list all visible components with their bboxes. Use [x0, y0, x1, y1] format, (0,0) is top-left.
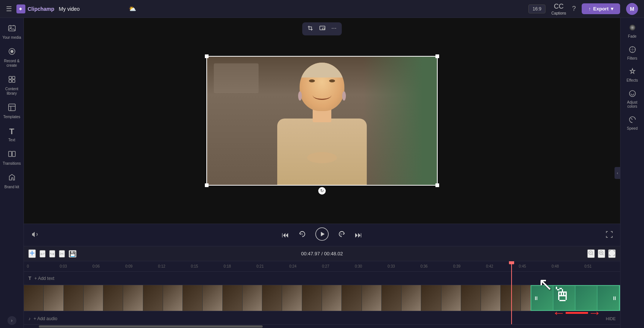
pip-button[interactable] [318, 25, 327, 33]
thumb-22 [441, 285, 461, 311]
sidebar-item-templates[interactable]: Templates [0, 100, 24, 122]
sidebar-item-your-media[interactable]: Your media [0, 21, 24, 43]
export-icon: ↑ [588, 6, 591, 12]
right-sidebar-item-filters[interactable]: Filters [620, 43, 644, 63]
ruler-mark-10: 0:30 [355, 264, 388, 268]
timeline-toolbar: ↩ ↪ ✂ 💾 00:47.97 / 00:48.02 [24, 246, 620, 261]
sidebar-expand-btn[interactable]: › [7, 316, 16, 325]
play-pause-button[interactable] [315, 227, 329, 243]
fit-to-screen-button[interactable] [608, 249, 616, 258]
redo-button[interactable]: ↪ [49, 250, 55, 258]
zoom-in-button[interactable] [598, 249, 605, 258]
more-options-button[interactable]: ⋯ [330, 25, 338, 33]
thumb-23 [461, 285, 481, 311]
right-sidebar-item-speed[interactable]: Speed [620, 113, 644, 133]
speed-icon [629, 116, 636, 125]
selected-thumb-2 [553, 286, 575, 310]
skip-to-start-button[interactable]: ⏮ [282, 231, 289, 239]
video-frame-wrapper: ↻ [206, 56, 438, 186]
handle-top-left[interactable] [205, 54, 209, 58]
user-avatar[interactable]: M [626, 3, 638, 15]
ruler-mark-1: 0:03 [60, 264, 93, 268]
handle-top-right[interactable] [435, 54, 439, 58]
svg-text:5: 5 [340, 233, 342, 236]
topbar-left: ☰ Clipchamp ⛅ [6, 4, 524, 13]
hamburger-icon[interactable]: ☰ [6, 5, 12, 13]
sidebar-item-transitions[interactable]: Transitions [0, 147, 24, 169]
save-frame-button[interactable]: 💾 [69, 250, 76, 258]
right-sidebar-item-effects[interactable]: Effects [620, 65, 644, 85]
topbar-right: 16:9 CC Captions ? ↑ Export ▾ M [528, 3, 638, 15]
thumb-5 [103, 285, 123, 311]
thumb-18 [362, 285, 382, 311]
video-track[interactable]: ⏸ ⏸ [24, 285, 620, 311]
thumb-17 [342, 285, 362, 311]
video-track-selected[interactable]: ⏸ ⏸ [531, 285, 620, 311]
undo-button[interactable]: ↩ [40, 250, 46, 258]
right-panel-collapse-button[interactable]: ‹ [615, 167, 620, 179]
sidebar-brand-kit-label: Brand kit [4, 185, 19, 189]
ruler-mark-6: 0:18 [223, 264, 256, 268]
export-button[interactable]: ↑ Export ▾ [582, 3, 620, 14]
video-frame[interactable] [206, 56, 438, 186]
handle-bottom-left[interactable] [205, 183, 209, 187]
record-icon [8, 47, 16, 57]
svg-point-19 [629, 25, 635, 31]
thumb-20 [401, 285, 421, 311]
aspect-ratio-badge[interactable]: 16:9 [528, 4, 545, 13]
help-icon[interactable]: ? [572, 5, 576, 13]
timeline: ↩ ↪ ✂ 💾 00:47.97 / 00:48.02 [24, 246, 620, 328]
add-audio-button[interactable]: + Add audio [34, 316, 57, 321]
right-sidebar-item-adjust-colors[interactable]: Adjustcolors [620, 87, 644, 111]
pause-left-indicator: ⏸ [534, 295, 539, 301]
add-text-button[interactable]: + Add text [34, 276, 54, 281]
sidebar-item-brand-kit[interactable]: Brand kit [0, 170, 24, 192]
svg-text:5: 5 [301, 233, 303, 236]
playback-controls: ⏮ 5 5 ⏭ [24, 224, 620, 246]
sidebar-item-content-library[interactable]: Contentlibrary [0, 72, 24, 99]
sidebar-text-label: Text [8, 138, 15, 142]
ruler-mark-4: 0:12 [158, 264, 191, 268]
crop-button[interactable] [306, 25, 315, 33]
mute-button[interactable] [31, 231, 39, 240]
timeline-scrollbar[interactable] [24, 324, 620, 328]
cut-button[interactable]: ✂ [59, 250, 65, 258]
left-sidebar: Your media Record &create Contentlibra [0, 18, 24, 328]
thumb-19 [382, 285, 401, 311]
rotation-handle[interactable]: ↻ [318, 187, 326, 195]
thumb-25 [501, 285, 520, 311]
thumb-15 [302, 285, 322, 311]
preview-area: ⋯ [24, 18, 620, 224]
sidebar-item-record[interactable]: Record &create [0, 44, 24, 71]
thumb-7 [143, 285, 163, 311]
svg-point-21 [629, 91, 635, 97]
templates-icon [8, 103, 16, 113]
handle-bottom-right[interactable] [435, 183, 439, 187]
svg-rect-8 [12, 80, 15, 82]
effects-icon [629, 68, 636, 77]
pause-right-indicator: ⏸ [612, 295, 617, 301]
captions-button[interactable]: CC Captions [551, 3, 566, 15]
right-sidebar-filters-label: Filters [627, 56, 637, 60]
timeline-tracks-container: 0 0:03 0:06 0:09 0:12 0:15 0:18 0:21 0:2… [24, 261, 620, 324]
right-sidebar-item-fade[interactable]: Fade [620, 21, 644, 41]
thumb-4 [84, 285, 103, 311]
scrollbar-thumb[interactable] [39, 325, 263, 328]
thumb-2 [44, 285, 63, 311]
ruler-mark-0: 0 [27, 264, 60, 268]
thumb-14 [282, 285, 302, 311]
rewind-button[interactable]: 5 [298, 230, 306, 240]
add-clip-button[interactable] [28, 249, 36, 258]
zoom-out-button[interactable] [587, 249, 595, 258]
sidebar-item-text[interactable]: T Text [0, 124, 24, 145]
video-title-input[interactable] [59, 6, 124, 12]
ruler-mark-7: 0:21 [256, 264, 289, 268]
hide-label[interactable]: HIDE [606, 316, 616, 321]
ruler-marks: 0 0:03 0:06 0:09 0:12 0:15 0:18 0:21 0:2… [24, 261, 620, 271]
thumb-12 [243, 285, 262, 311]
ruler-mark-17: 0:51 [584, 264, 617, 268]
skip-to-end-button[interactable]: ⏭ [355, 231, 362, 239]
forward-button[interactable]: 5 [338, 230, 346, 240]
svg-rect-11 [12, 151, 15, 157]
fullscreen-button[interactable] [606, 231, 613, 239]
